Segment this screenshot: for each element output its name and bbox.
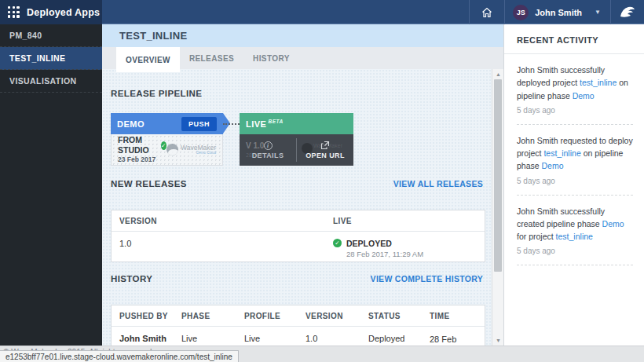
activity-text: John Smith requested to deploy project t… <box>517 134 633 173</box>
live-card-header: LIVEBETA <box>240 113 353 134</box>
topbar-actions: JS John Smith ▼ <box>469 0 644 24</box>
column-live: LIVE <box>325 217 485 225</box>
recent-activity-heading: RECENT ACTIVITY <box>517 35 633 45</box>
wavemaker-logo-button[interactable] <box>611 0 644 24</box>
history-table-header: PUSHED BY PHASE PROFILE VERSION STATUS T… <box>112 305 485 327</box>
tab-history[interactable]: HISTORY <box>243 47 299 69</box>
brand-area: Deployed Apps <box>0 0 102 24</box>
demo-date: 23 Feb 2017 <box>118 155 166 164</box>
new-releases-heading: NEW RELEASES <box>111 179 187 188</box>
history-profile-link[interactable]: Live <box>236 334 298 343</box>
activity-text: John Smith successfully deployed project… <box>517 64 633 102</box>
wavemaker-wave-icon <box>620 5 635 20</box>
app-title: Deployed Apps <box>27 7 100 18</box>
new-releases-heading-row: NEW RELEASES VIEW ALL RELEASES <box>111 179 483 188</box>
pipeline-card-demo: DEMO PUSH FROM STUDIO ✓ 23 Feb 2017 <box>111 113 223 166</box>
user-menu[interactable]: JS John Smith ▼ <box>505 0 610 24</box>
beta-badge: BETA <box>268 119 283 124</box>
wavemaker-logo-tagline: Demo Cloud <box>181 152 216 155</box>
info-icon: i <box>264 141 273 150</box>
topbar: Deployed Apps JS John Smith ▼ <box>0 0 644 24</box>
history-heading-row: HISTORY VIEW COMPLETE HISTORY <box>111 274 483 283</box>
sidebar-item-pm-840[interactable]: PM_840 <box>0 24 102 47</box>
phase-link[interactable]: Demo <box>602 219 624 229</box>
activity-item: John Smith successfully deployed project… <box>517 54 633 125</box>
tab-bar: OVERVIEW RELEASES HISTORY <box>102 47 503 69</box>
avatar: JS <box>513 5 529 20</box>
history-pushed-by: John Smith <box>112 334 174 343</box>
chevron-down-icon: ▼ <box>595 9 601 16</box>
scroll-up-arrow[interactable]: ▲ <box>492 69 504 79</box>
activity-separator <box>517 265 633 265</box>
deployed-status: DEPLOYED <box>346 239 423 250</box>
demo-source-label: FROM STUDIO <box>118 135 157 155</box>
table-row: 1.0 ✓ DEPLOYED 28 Feb 2017, 11:29 AM <box>112 232 485 259</box>
project-link[interactable]: test_inline <box>556 232 593 241</box>
activity-timestamp: 5 days ago <box>517 106 633 115</box>
recent-activity-panel: RECENT ACTIVITY John Smith successfully … <box>503 24 644 346</box>
demo-card-header: DEMO PUSH <box>111 113 223 134</box>
view-all-releases-link[interactable]: VIEW ALL RELEASES <box>393 179 483 188</box>
browser-status-tooltip: e1253bff77e01.live.stage-cloud.wavemaker… <box>0 350 239 362</box>
vertical-scrollbar[interactable]: ▲ ▼ <box>492 69 503 346</box>
column-status: STATUS <box>360 312 422 320</box>
scroll-down-arrow[interactable]: ▼ <box>492 335 504 346</box>
phase-link[interactable]: Demo <box>573 91 595 101</box>
activity-text-part: for project <box>517 232 554 241</box>
column-time: TIME <box>422 312 485 320</box>
project-link[interactable]: test_inline <box>580 78 617 87</box>
column-phase: PHASE <box>174 312 236 320</box>
release-pipeline-heading: RELEASE PIPELINE <box>111 89 202 98</box>
details-label: DETAILS <box>252 152 284 159</box>
demo-card-body: FROM STUDIO ✓ 23 Feb 2017 WaveMaker Demo… <box>111 134 223 166</box>
history-version: 1.0 <box>298 334 360 343</box>
activity-item: John Smith successfully created pipeline… <box>517 196 633 266</box>
column-version: VERSION <box>112 217 325 225</box>
success-check-icon: ✓ <box>161 141 166 150</box>
activity-text: John Smith successfully created pipeline… <box>517 205 633 243</box>
wavemaker-swan-icon <box>166 144 178 155</box>
live-card-body: V 1.0 28 Feb 2017 WaveMaker i DETAILS OP… <box>240 134 353 166</box>
tab-releases[interactable]: RELEASES <box>180 47 243 69</box>
wavemaker-studio-logo: WaveMaker Demo Cloud <box>166 144 216 155</box>
tab-overview[interactable]: OVERVIEW <box>116 47 180 72</box>
open-url-button[interactable]: OPEN URL <box>297 134 353 166</box>
scrollbar-thumb[interactable] <box>494 79 502 272</box>
home-button[interactable] <box>470 0 504 24</box>
status-url: e1253bff77e01.live.stage-cloud.wavemaker… <box>5 353 232 361</box>
history-table: PUSHED BY PHASE PROFILE VERSION STATUS T… <box>111 305 485 346</box>
new-releases-table-header: VERSION LIVE <box>112 210 485 232</box>
table-row: John Smith Live Live 1.0 Deployed 28 Feb… <box>112 327 485 346</box>
sidebar-item-visualisation[interactable]: VISUALISATION <box>0 70 102 93</box>
sidebar: PM_840 TEST_INLINE VISUALISATION <box>0 24 102 346</box>
history-phase: Live <box>174 334 236 343</box>
open-url-icon <box>320 141 330 150</box>
overview-content: RELEASE PIPELINE DEMO PUSH FROM STUDIO ✓… <box>102 69 503 346</box>
project-link[interactable]: test_inline <box>543 148 580 158</box>
deployed-apps-window: Deployed Apps JS John Smith ▼ PM_840 TES… <box>0 0 644 362</box>
deployed-time: 28 Feb 2017, 11:29 AM <box>346 250 423 259</box>
release-version: 1.0 <box>112 239 325 248</box>
new-releases-table: VERSION LIVE 1.0 ✓ DEPLOYED 28 Feb 2017,… <box>111 210 485 262</box>
details-button[interactable]: i DETAILS <box>240 134 296 166</box>
sidebar-item-test-inline[interactable]: TEST_INLINE <box>0 47 102 70</box>
open-url-label: OPEN URL <box>306 152 345 159</box>
activity-item: John Smith requested to deploy project t… <box>517 125 633 196</box>
push-button[interactable]: PUSH <box>181 117 217 131</box>
column-version: VERSION <box>298 312 360 320</box>
apps-grid-icon[interactable] <box>8 6 20 18</box>
column-profile: PROFILE <box>236 312 298 320</box>
pipeline-card-live: LIVEBETA V 1.0 28 Feb 2017 WaveMaker i D… <box>240 113 353 166</box>
demo-phase-name: DEMO <box>117 119 145 129</box>
activity-timestamp: 5 days ago <box>517 247 633 255</box>
history-status: Deployed <box>360 334 422 343</box>
live-phase-name: LIVEBETA <box>246 119 284 129</box>
pipeline-connector-dotted-line <box>223 123 240 125</box>
home-icon <box>481 6 493 19</box>
view-complete-history-link[interactable]: VIEW COMPLETE HISTORY <box>371 274 483 283</box>
phase-link[interactable]: Demo <box>542 161 564 170</box>
page-title: TEST_INLINE <box>119 30 187 42</box>
user-name: John Smith <box>535 8 582 17</box>
history-time: 28 Feb 2017, <box>422 334 485 346</box>
page-header: TEST_INLINE <box>102 24 503 47</box>
